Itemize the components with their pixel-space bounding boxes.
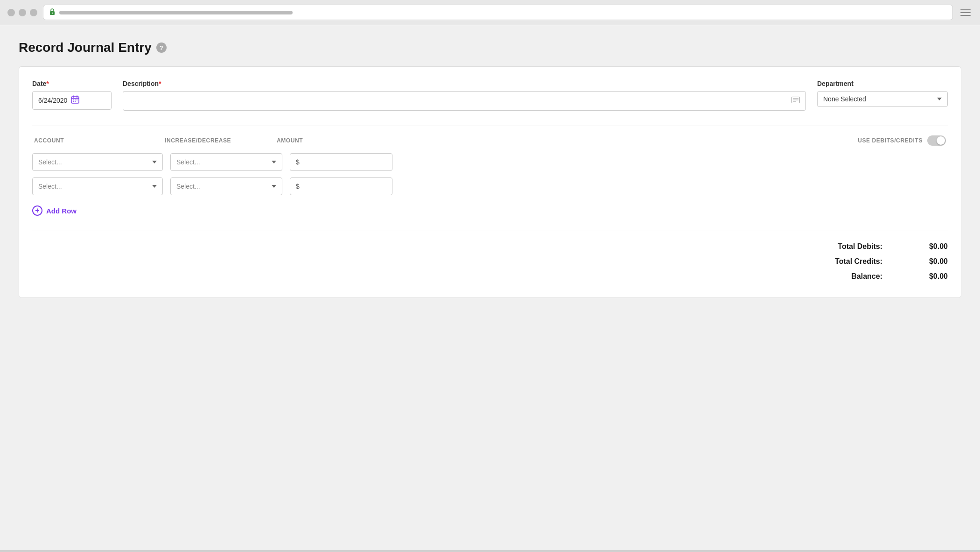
svg-rect-8: [77, 99, 77, 100]
row1-increase-col: Select...: [170, 153, 282, 171]
svg-point-1: [52, 13, 53, 14]
form-card: Date* 6/24/2020: [19, 66, 961, 298]
menu-button[interactable]: [959, 7, 973, 18]
total-debits-value: $0.00: [910, 242, 948, 251]
row2-account-col: Select...: [32, 177, 163, 195]
address-text: [59, 11, 293, 14]
calendar-icon[interactable]: [71, 95, 79, 106]
total-debits-label: Total Debits:: [838, 242, 882, 251]
col-header-toggle: USE DEBITS/CREDITS: [379, 135, 946, 146]
row2-amount-input[interactable]: $: [290, 177, 392, 195]
row1-amount-col: $: [290, 153, 392, 171]
row2-amount-symbol: $: [296, 183, 300, 190]
description-label: Description*: [123, 80, 806, 87]
total-balance-label: Balance:: [851, 272, 882, 281]
traffic-light-close[interactable]: [7, 9, 15, 16]
row1-account-select[interactable]: Select...: [32, 153, 163, 171]
total-credits-label: Total Credits:: [835, 257, 882, 266]
total-balance-value: $0.00: [910, 272, 948, 281]
help-icon[interactable]: ?: [156, 42, 167, 53]
table-header-row: ACCOUNT INCREASE/DECREASE AMOUNT USE DEB…: [32, 135, 948, 146]
row2-account-select[interactable]: Select...: [32, 177, 163, 195]
totals-section: Total Debits: $0.00 Total Credits: $0.00…: [32, 231, 948, 281]
description-icon: [791, 97, 800, 105]
traffic-light-minimize[interactable]: [19, 9, 26, 16]
toggle-knob: [937, 136, 945, 145]
row1-amount-symbol: $: [296, 158, 300, 166]
row1-amount-input[interactable]: $: [290, 153, 392, 171]
row1-increase-select[interactable]: Select...: [170, 153, 282, 171]
row2-increase-select[interactable]: Select...: [170, 177, 282, 195]
lock-icon: [49, 8, 56, 17]
description-field-group: Description*: [123, 80, 806, 111]
total-debits-row: Total Debits: $0.00: [798, 242, 948, 251]
date-input[interactable]: 6/24/2020: [32, 91, 112, 110]
menu-line: [960, 9, 971, 10]
total-balance-row: Balance: $0.00: [798, 272, 948, 281]
col-header-account: ACCOUNT: [34, 137, 165, 144]
toggle-label: USE DEBITS/CREDITS: [858, 137, 923, 144]
table-row: Select... Select... $: [32, 177, 948, 195]
table-section: ACCOUNT INCREASE/DECREASE AMOUNT USE DEB…: [32, 126, 948, 281]
debits-credits-toggle[interactable]: [927, 135, 946, 146]
top-fields-row: Date* 6/24/2020: [32, 80, 948, 111]
table-row: Select... Select... $: [32, 153, 948, 171]
date-label: Date*: [32, 80, 112, 87]
department-select[interactable]: None Selected Finance HR Marketing Engin…: [817, 91, 948, 107]
svg-rect-9: [73, 101, 74, 102]
svg-rect-7: [75, 99, 76, 100]
date-field-group: Date* 6/24/2020: [32, 80, 112, 110]
total-credits-value: $0.00: [910, 257, 948, 266]
address-bar[interactable]: [43, 5, 953, 20]
description-input[interactable]: [123, 91, 806, 111]
add-row-button[interactable]: + Add Row: [32, 202, 77, 219]
traffic-light-maximize[interactable]: [30, 9, 37, 16]
add-row-icon: +: [32, 205, 42, 216]
page-title-row: Record Journal Entry ?: [19, 40, 961, 55]
date-value: 6/24/2020: [38, 97, 67, 104]
browser-chrome: [0, 0, 980, 25]
page-content: Record Journal Entry ? Date* 6/24/2020: [0, 25, 980, 550]
svg-rect-10: [75, 101, 76, 102]
department-label: Department: [817, 80, 948, 87]
row2-increase-col: Select...: [170, 177, 282, 195]
total-credits-row: Total Credits: $0.00: [798, 257, 948, 266]
row1-account-col: Select...: [32, 153, 163, 171]
page-title: Record Journal Entry: [19, 40, 152, 55]
svg-rect-6: [73, 99, 74, 100]
col-header-increase: INCREASE/DECREASE: [165, 137, 277, 144]
add-row-label: Add Row: [46, 207, 77, 215]
col-header-amount: AMOUNT: [277, 137, 379, 144]
department-field-group: Department None Selected Finance HR Mark…: [817, 80, 948, 107]
menu-line: [960, 15, 971, 16]
traffic-lights: [7, 9, 37, 16]
row2-amount-col: $: [290, 177, 392, 195]
menu-line: [960, 12, 971, 13]
